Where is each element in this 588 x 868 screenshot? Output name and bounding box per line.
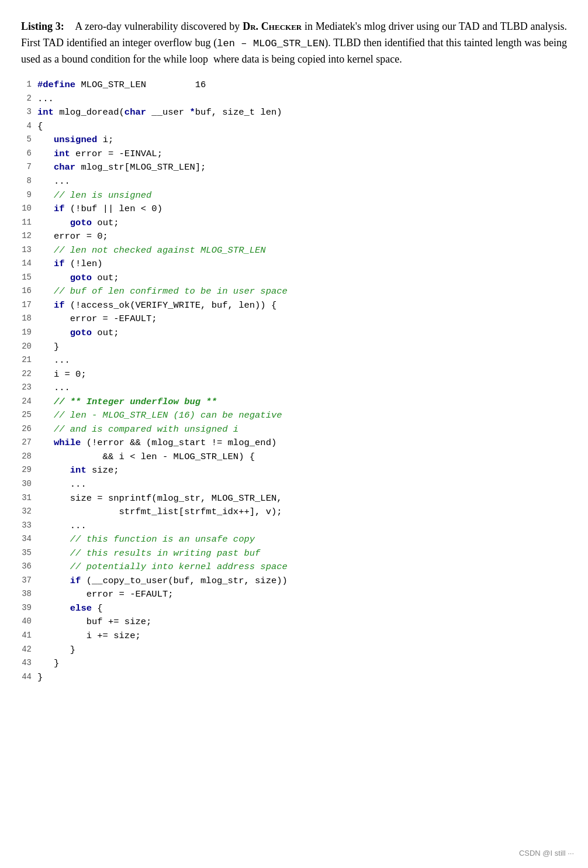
line-content-20: } — [37, 340, 567, 354]
line-num-6: 6 — [21, 147, 37, 160]
code-line-5: 5 unsigned i; — [21, 133, 567, 147]
code-line-23: 23 ... — [21, 381, 567, 395]
line-num-42: 42 — [21, 643, 37, 656]
line-content-16: // buf of len confirmed to be in user sp… — [37, 285, 567, 299]
line-num-32: 32 — [21, 505, 37, 518]
line-num-23: 23 — [21, 381, 37, 394]
line-num-26: 26 — [21, 423, 37, 435]
code-line-14: 14 if (!len) — [21, 257, 567, 271]
line-num-33: 33 — [21, 519, 37, 532]
line-content-40: buf += size; — [37, 615, 567, 629]
line-content-2: ... — [37, 92, 567, 106]
code-line-3: 3 int mlog_doread(char __user *buf, size… — [21, 106, 567, 120]
line-content-24: // ** Integer underflow bug ** — [37, 395, 567, 409]
line-content-25: // len - MLOG_STR_LEN (16) can be negati… — [37, 409, 567, 423]
line-num-22: 22 — [21, 368, 37, 380]
line-content-32: strfmt_list[strfmt_idx++], v); — [37, 505, 567, 519]
line-content-14: if (!len) — [37, 257, 567, 271]
line-num-38: 38 — [21, 588, 37, 600]
line-content-38: error = -EFAULT; — [37, 588, 567, 602]
code-line-9: 9 // len is unsigned — [21, 189, 567, 203]
line-num-12: 12 — [21, 230, 37, 242]
line-content-9: // len is unsigned — [37, 189, 567, 203]
code-line-38: 38 error = -EFAULT; — [21, 588, 567, 602]
line-num-36: 36 — [21, 560, 37, 573]
code-line-12: 12 error = 0; — [21, 230, 567, 244]
code-line-1: 1 #define MLOG_STR_LEN 16 — [21, 78, 567, 92]
line-num-3: 3 — [21, 106, 37, 118]
line-num-37: 37 — [21, 574, 37, 587]
line-num-27: 27 — [21, 436, 37, 449]
line-content-8: ... — [37, 175, 567, 189]
line-num-28: 28 — [21, 450, 37, 463]
line-content-37: if (__copy_to_user(buf, mlog_str, size)) — [37, 574, 567, 588]
listing-label: Listing 3: — [21, 20, 64, 32]
line-num-19: 19 — [21, 326, 37, 339]
code-line-43: 43 } — [21, 657, 567, 671]
code-line-16: 16 // buf of len confirmed to be in user… — [21, 285, 567, 299]
line-content-30: ... — [37, 478, 567, 492]
line-num-11: 11 — [21, 216, 37, 229]
code-line-26: 26 // and is compared with unsigned i — [21, 423, 567, 437]
code-line-35: 35 // this results in writing past buf — [21, 547, 567, 561]
code-line-27: 27 while (!error && (mlog_start != mlog_… — [21, 436, 567, 450]
code-line-39: 39 else { — [21, 602, 567, 616]
line-num-39: 39 — [21, 602, 37, 614]
line-num-5: 5 — [21, 133, 37, 146]
code-block: 1 #define MLOG_STR_LEN 16 2 ... 3 int ml… — [21, 78, 567, 684]
line-content-34: // this function is an unsafe copy — [37, 533, 567, 547]
code-line-42: 42 } — [21, 643, 567, 657]
line-num-17: 17 — [21, 299, 37, 311]
line-num-1: 1 — [21, 78, 37, 91]
line-content-12: error = 0; — [37, 230, 567, 244]
line-content-42: } — [37, 643, 567, 657]
line-content-5: unsigned i; — [37, 133, 567, 147]
code-snippet: len – MLOG_STR_LEN — [217, 38, 324, 49]
code-line-20: 20 } — [21, 340, 567, 354]
code-line-41: 41 i += size; — [21, 629, 567, 643]
line-content-19: goto out; — [37, 326, 567, 340]
line-content-3: int mlog_doread(char __user *buf, size_t… — [37, 106, 567, 120]
code-line-34: 34 // this function is an unsafe copy — [21, 533, 567, 547]
line-num-14: 14 — [21, 257, 37, 270]
line-content-29: int size; — [37, 464, 567, 478]
code-line-4: 4 { — [21, 120, 567, 134]
line-num-15: 15 — [21, 271, 37, 284]
code-line-22: 22 i = 0; — [21, 368, 567, 382]
line-content-21: ... — [37, 354, 567, 368]
line-content-43: } — [37, 657, 567, 671]
line-content-36: // potentially into kernel address space — [37, 560, 567, 574]
code-line-18: 18 error = -EFAULT; — [21, 312, 567, 326]
line-content-13: // len not checked against MLOG_STR_LEN — [37, 244, 567, 258]
code-line-44: 44 } — [21, 671, 567, 685]
code-line-40: 40 buf += size; — [21, 615, 567, 629]
code-line-11: 11 goto out; — [21, 216, 567, 230]
line-num-29: 29 — [21, 464, 37, 476]
code-line-13: 13 // len not checked against MLOG_STR_L… — [21, 244, 567, 258]
line-num-8: 8 — [21, 175, 37, 187]
line-content-35: // this results in writing past buf — [37, 547, 567, 561]
line-content-10: if (!buf || len < 0) — [37, 202, 567, 216]
line-num-35: 35 — [21, 547, 37, 559]
code-line-33: 33 ... — [21, 519, 567, 533]
line-num-44: 44 — [21, 671, 37, 683]
line-content-17: if (!access_ok(VERIFY_WRITE, buf, len)) … — [37, 299, 567, 313]
line-num-4: 4 — [21, 120, 37, 132]
line-content-4: { — [37, 120, 567, 134]
listing-description: Listing 3: A zero-day vulnerability disc… — [21, 19, 567, 68]
line-content-23: ... — [37, 381, 567, 395]
code-line-36: 36 // potentially into kernel address sp… — [21, 560, 567, 574]
code-line-24: 24 // ** Integer underflow bug ** — [21, 395, 567, 409]
line-content-27: while (!error && (mlog_start != mlog_end… — [37, 436, 567, 450]
line-num-20: 20 — [21, 340, 37, 353]
line-num-34: 34 — [21, 533, 37, 545]
code-line-2: 2 ... — [21, 92, 567, 106]
code-line-32: 32 strfmt_list[strfmt_idx++], v); — [21, 505, 567, 519]
dr-checker-name: Dr. Checker — [243, 20, 302, 32]
code-line-19: 19 goto out; — [21, 326, 567, 340]
line-content-41: i += size; — [37, 629, 567, 643]
line-num-41: 41 — [21, 629, 37, 642]
line-num-43: 43 — [21, 657, 37, 669]
line-content-22: i = 0; — [37, 368, 567, 382]
line-num-40: 40 — [21, 615, 37, 628]
